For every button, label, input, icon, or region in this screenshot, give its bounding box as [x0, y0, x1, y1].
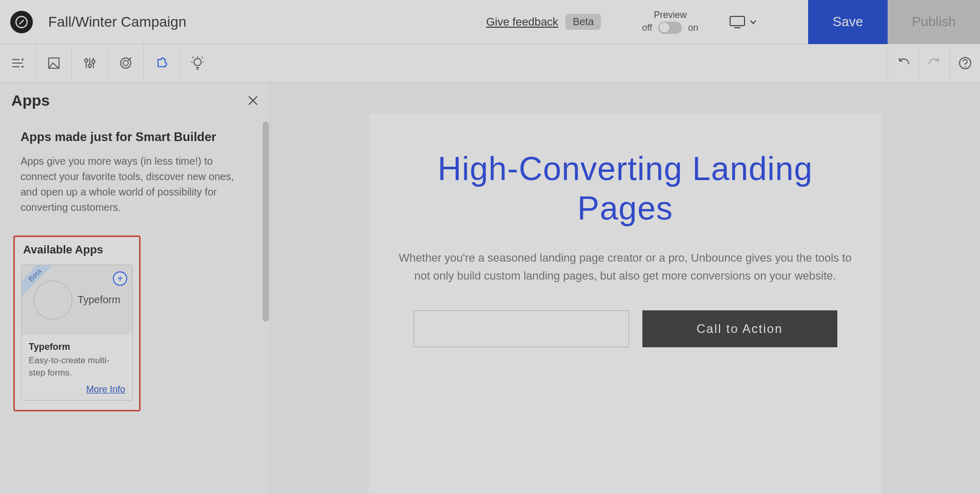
svg-point-10 — [194, 58, 201, 66]
preview-off-label: off — [642, 23, 652, 33]
svg-point-3 — [22, 66, 24, 68]
desktop-icon — [729, 15, 746, 29]
redo-icon — [927, 57, 942, 69]
close-icon — [247, 95, 259, 106]
preview-toggle-block: Preview off on — [642, 10, 698, 34]
logo-icon — [15, 15, 28, 29]
undo-icon — [896, 57, 911, 69]
svg-point-7 — [92, 60, 95, 63]
help-icon — [958, 56, 972, 70]
tool-design[interactable] — [36, 44, 72, 83]
chevron-down-icon — [750, 19, 757, 25]
email-input[interactable] — [414, 310, 629, 347]
page-title: Fall/Winter Campaign — [48, 14, 186, 30]
available-apps-title: Available Apps — [23, 243, 133, 256]
brand-logo[interactable] — [10, 11, 33, 33]
sliders-icon — [82, 55, 97, 71]
device-selector[interactable] — [729, 15, 757, 29]
tool-structure[interactable] — [0, 44, 36, 83]
structure-icon — [10, 55, 26, 71]
panel-title: Apps — [11, 92, 50, 109]
builder-toolbar — [0, 44, 980, 83]
available-apps-highlight: Available Apps Beta + Typeform Typeform … — [13, 235, 141, 411]
beta-ribbon: Beta — [21, 265, 57, 301]
app-card-desc: Easy-to-create multi-step forms. — [29, 354, 125, 379]
preview-label: Preview — [642, 10, 698, 21]
svg-point-5 — [85, 59, 88, 62]
app-card-typeform[interactable]: Beta + Typeform Typeform Easy-to-create … — [21, 265, 133, 401]
save-button[interactable]: Save — [808, 0, 888, 44]
tool-apps[interactable] — [144, 44, 180, 83]
tool-settings[interactable] — [72, 44, 108, 83]
more-info-link[interactable]: More Info — [29, 384, 125, 395]
lightbulb-icon — [190, 55, 205, 71]
app-logo-label: Typeform — [77, 294, 120, 306]
design-icon — [46, 55, 62, 71]
svg-point-9 — [123, 61, 128, 66]
panel-scrollbar[interactable] — [263, 118, 269, 489]
cta-button[interactable]: Call to Action — [642, 310, 837, 347]
top-bar: Fall/Winter Campaign Give feedback Beta … — [0, 0, 980, 44]
undo-button[interactable] — [888, 44, 918, 83]
panel-subtitle: Apps made just for Smart Builder — [21, 130, 249, 144]
tool-tips[interactable] — [180, 44, 215, 83]
svg-point-6 — [88, 64, 91, 67]
landing-page-frame[interactable]: High-Converting Landing Pages Whether yo… — [369, 113, 882, 494]
apps-panel: Apps Apps made just for Smart Builder Ap… — [0, 83, 270, 494]
svg-point-2 — [22, 58, 24, 61]
app-card-name: Typeform — [29, 342, 125, 352]
beta-badge: Beta — [565, 14, 601, 30]
svg-rect-1 — [730, 16, 744, 26]
puzzle-icon — [154, 55, 169, 71]
preview-on-label: on — [688, 23, 698, 33]
give-feedback-link[interactable]: Give feedback — [486, 15, 558, 29]
panel-close-button[interactable] — [247, 95, 259, 106]
help-button[interactable] — [949, 44, 980, 83]
publish-button[interactable]: Publish — [888, 0, 980, 44]
landing-headline[interactable]: High-Converting Landing Pages — [395, 149, 856, 228]
target-icon — [118, 55, 133, 71]
landing-subtext[interactable]: Whether you're a seasoned landing page c… — [395, 249, 856, 285]
svg-point-12 — [964, 66, 965, 67]
tool-goals[interactable] — [108, 44, 144, 83]
panel-description: Apps give you more ways (in less time!) … — [21, 153, 249, 215]
preview-toggle[interactable] — [658, 22, 682, 34]
canvas-area: High-Converting Landing Pages Whether yo… — [270, 83, 980, 494]
redo-button[interactable] — [918, 44, 949, 83]
add-app-button[interactable]: + — [113, 271, 127, 286]
